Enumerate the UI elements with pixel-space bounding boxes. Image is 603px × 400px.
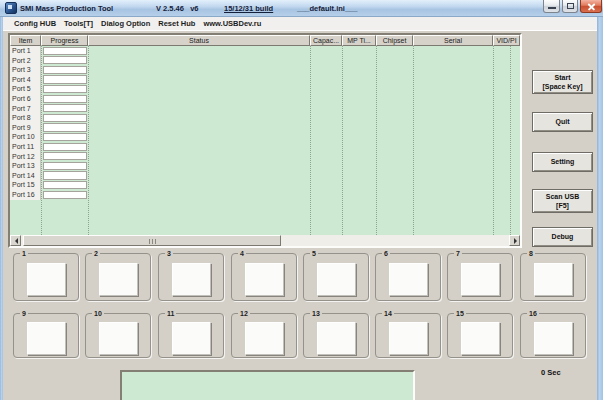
port-panel-5: 5 — [303, 253, 369, 301]
table-row[interactable]: Port 15 — [10, 180, 520, 190]
table-row[interactable]: Port 4 — [10, 75, 520, 85]
port-panel-6: 6 — [375, 253, 441, 301]
table-row[interactable]: Port 16 — [10, 190, 520, 200]
table-row[interactable]: Port 1 — [10, 46, 520, 56]
ini-file-label: ___default.ini___ — [297, 2, 357, 15]
progress-bar — [43, 191, 87, 199]
panel-number: 8 — [527, 249, 535, 258]
panel-slot — [534, 322, 573, 355]
panel-slot — [317, 322, 356, 355]
column-header-status[interactable]: Status — [88, 35, 310, 46]
progress-bar — [43, 181, 87, 189]
panel-slot — [389, 322, 428, 355]
maximize-button[interactable] — [562, 0, 578, 13]
port-panel-4: 4 — [231, 253, 297, 301]
menu-config-hub[interactable]: Config HUB — [10, 17, 60, 30]
close-icon — [587, 2, 596, 11]
table-row[interactable]: Port 6 — [10, 94, 520, 104]
start-button[interactable]: Start [Space Key] — [532, 70, 593, 94]
progress-bar — [43, 104, 87, 112]
column-header-serial[interactable]: Serial — [413, 35, 493, 46]
title-bar[interactable]: SMI Mass Production Tool V 2.5.46 v6 15/… — [0, 0, 603, 17]
table-row[interactable]: Port 12 — [10, 152, 520, 162]
table-row[interactable]: Port 5 — [10, 84, 520, 94]
progress-bar — [43, 47, 87, 55]
table-row[interactable]: Port 10 — [10, 132, 520, 142]
table-row[interactable]: Port 8 — [10, 113, 520, 123]
quit-button[interactable]: Quit — [532, 112, 593, 132]
window-border-left — [0, 17, 3, 400]
table-row[interactable]: Port 14 — [10, 171, 520, 181]
elapsed-time-label: 0 Sec — [541, 368, 561, 377]
setting-button[interactable]: Setting — [532, 152, 593, 172]
port-panel-9: 9 — [13, 313, 79, 358]
progress-bar — [43, 133, 87, 141]
close-button[interactable] — [580, 0, 602, 13]
progress-bar — [43, 75, 87, 83]
table-header: Item Progress Status Capac... MP Ti... C… — [10, 35, 520, 46]
menu-reset-hub[interactable]: Reset Hub — [154, 17, 199, 30]
arrow-right-icon — [514, 238, 520, 244]
port-label: Port 4 — [10, 75, 41, 85]
progress-bar — [43, 171, 87, 179]
table-row[interactable]: Port 2 — [10, 56, 520, 66]
panel-number: 12 — [238, 309, 250, 318]
column-header-vid-pid[interactable]: VID/PI — [493, 35, 520, 46]
column-header-chipset[interactable]: Chipset — [376, 35, 413, 46]
panel-slot — [172, 263, 211, 296]
port-panel-7: 7 — [447, 253, 513, 301]
progress-bar — [43, 95, 87, 103]
panel-slot — [99, 322, 138, 355]
table-row[interactable]: Port 13 — [10, 161, 520, 171]
scroll-right-button[interactable] — [509, 235, 520, 246]
menu-tools[interactable]: Tools[T] — [60, 17, 97, 30]
panel-number: 15 — [454, 309, 466, 318]
port-panel-2: 2 — [85, 253, 151, 301]
port-label: Port 3 — [10, 65, 41, 75]
build-label: 15/12/31 build — [224, 2, 273, 15]
horizontal-scrollbar[interactable] — [10, 235, 520, 246]
debug-button[interactable]: Debug — [532, 227, 593, 247]
table-row[interactable]: Port 3 — [10, 65, 520, 75]
port-label: Port 15 — [10, 180, 41, 190]
panel-number: 4 — [238, 249, 246, 258]
scroll-left-button[interactable] — [10, 235, 21, 246]
column-header-mp-time[interactable]: MP Ti... — [342, 35, 376, 46]
port-label: Port 1 — [10, 46, 41, 56]
panel-slot — [317, 263, 356, 296]
port-label: Port 8 — [10, 113, 41, 123]
minimize-button[interactable] — [543, 0, 560, 13]
app-icon — [5, 2, 17, 14]
panel-slot — [389, 263, 428, 296]
column-header-item[interactable]: Item — [10, 35, 41, 46]
progress-bar — [43, 66, 87, 74]
menu-usbdev-link[interactable]: www.USBDev.ru — [199, 17, 265, 30]
panel-number: 5 — [310, 249, 318, 258]
panel-number: 2 — [92, 249, 100, 258]
panel-number: 3 — [165, 249, 173, 258]
table-row[interactable]: Port 9 — [10, 123, 520, 133]
port-panel-14: 14 — [375, 313, 441, 358]
progress-bar — [43, 143, 87, 151]
panel-slot — [534, 263, 573, 296]
progress-bar — [43, 123, 87, 131]
progress-bar — [43, 162, 87, 170]
column-header-capacity[interactable]: Capac... — [310, 35, 342, 46]
table-body: Port 1 Port 2 Port 3 Port 4 Port 5 Port … — [10, 46, 520, 235]
panel-slot — [461, 263, 500, 296]
menu-dialog-option[interactable]: Dialog Option — [97, 17, 154, 30]
arrow-left-icon — [12, 238, 18, 244]
scrollbar-thumb[interactable] — [23, 235, 281, 246]
table-row[interactable]: Port 7 — [10, 104, 520, 114]
panel-number: 9 — [20, 309, 28, 318]
panel-number: 10 — [92, 309, 104, 318]
panel-slot — [27, 322, 66, 355]
port-label: Port 14 — [10, 171, 41, 181]
panel-number: 14 — [382, 309, 394, 318]
port-label: Port 12 — [10, 152, 41, 162]
panel-slot — [99, 263, 138, 296]
port-label: Port 9 — [10, 123, 41, 133]
table-row[interactable]: Port 11 — [10, 142, 520, 152]
column-header-progress[interactable]: Progress — [41, 35, 88, 46]
scan-usb-button[interactable]: Scan USB [F5] — [532, 189, 593, 213]
